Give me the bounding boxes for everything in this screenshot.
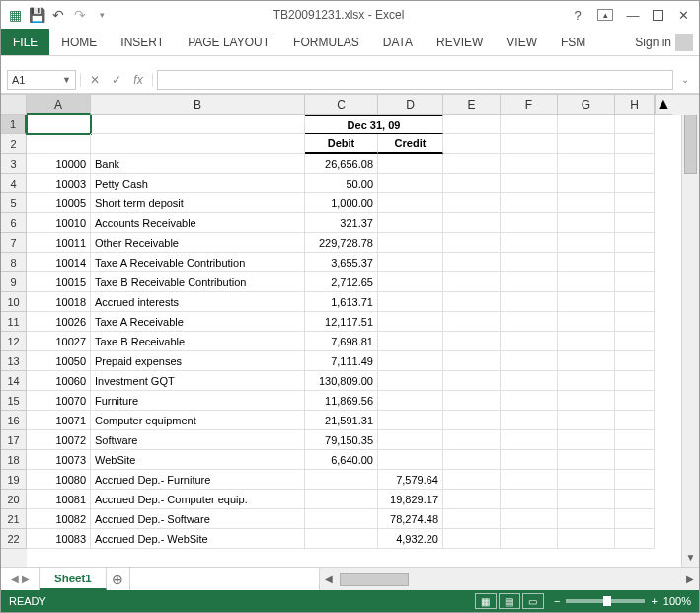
- cell-credit-19[interactable]: 7,579.64: [378, 470, 443, 490]
- cell-G16[interactable]: [558, 411, 615, 430]
- cell-credit-14[interactable]: [378, 371, 443, 391]
- cell-E18[interactable]: [443, 450, 501, 470]
- horizontal-scrollbar[interactable]: ◀ ▶: [319, 568, 699, 590]
- cell-name-15[interactable]: Furniture: [91, 391, 305, 411]
- row-header-18[interactable]: 18: [1, 450, 27, 470]
- cell-F8[interactable]: [501, 253, 558, 272]
- cell-G14[interactable]: [558, 371, 615, 391]
- cell-acct-19[interactable]: 10080: [27, 470, 91, 490]
- cell-E19[interactable]: [443, 470, 501, 490]
- cell-acct-8[interactable]: 10014: [27, 253, 91, 272]
- cell-credit-4[interactable]: [378, 174, 443, 193]
- cell-F10[interactable]: [501, 292, 558, 312]
- cell-name-5[interactable]: Short term deposit: [91, 193, 305, 213]
- cell-name-19[interactable]: Accrued Dep.- Furniture: [91, 470, 305, 490]
- cell-name-11[interactable]: Taxe A Receivable: [91, 312, 305, 332]
- row-header-12[interactable]: 12: [1, 332, 27, 351]
- cell-acct-21[interactable]: 10082: [27, 509, 91, 529]
- cell-name-21[interactable]: Accrued Dep.- Software: [91, 509, 305, 529]
- ribbon-tab-fsm[interactable]: FSM: [549, 29, 597, 55]
- row-header-14[interactable]: 14: [1, 371, 27, 391]
- cell-B1[interactable]: [91, 115, 305, 134]
- close-icon[interactable]: ✕: [671, 5, 695, 25]
- cell-F21[interactable]: [501, 509, 558, 529]
- cell-credit-3[interactable]: [378, 154, 443, 174]
- row-header-5[interactable]: 5: [1, 193, 27, 213]
- cell-debit-13[interactable]: 7,111.49: [305, 351, 378, 371]
- cell-credit-17[interactable]: [378, 430, 443, 450]
- cell-E4[interactable]: [443, 174, 501, 193]
- page-break-view-icon[interactable]: ▭: [522, 593, 544, 609]
- row-header-7[interactable]: 7: [1, 233, 27, 253]
- cell-credit-7[interactable]: [378, 233, 443, 253]
- cell-E6[interactable]: [443, 213, 501, 233]
- cell-E20[interactable]: [443, 490, 501, 509]
- cell-E14[interactable]: [443, 371, 501, 391]
- cell-H18[interactable]: [615, 450, 655, 470]
- cell-acct-10[interactable]: 10018: [27, 292, 91, 312]
- header-debit[interactable]: Debit: [305, 134, 378, 154]
- cell-debit-3[interactable]: 26,656.08: [305, 154, 378, 174]
- cell-F11[interactable]: [501, 312, 558, 332]
- cell-H5[interactable]: [615, 193, 655, 213]
- row-header-16[interactable]: 16: [1, 411, 27, 430]
- ribbon-tab-formulas[interactable]: FORMULAS: [281, 29, 371, 55]
- enter-icon[interactable]: ✓: [109, 73, 124, 87]
- header-credit[interactable]: Credit: [378, 134, 443, 154]
- row-header-6[interactable]: 6: [1, 213, 27, 233]
- cell-G9[interactable]: [558, 272, 615, 292]
- cell-acct-9[interactable]: 10015: [27, 272, 91, 292]
- cell-acct-17[interactable]: 10072: [27, 430, 91, 450]
- cell-G12[interactable]: [558, 332, 615, 351]
- cell-G20[interactable]: [558, 490, 615, 509]
- file-tab[interactable]: FILE: [1, 29, 49, 55]
- col-header-A[interactable]: A: [27, 95, 91, 115]
- cell-E13[interactable]: [443, 351, 501, 371]
- cell-E12[interactable]: [443, 332, 501, 351]
- cell-F7[interactable]: [501, 233, 558, 253]
- vscroll-thumb[interactable]: [684, 115, 697, 174]
- cell-F2[interactable]: [501, 134, 558, 154]
- sign-in-button[interactable]: Sign in: [629, 29, 699, 55]
- name-box-dropdown-icon[interactable]: ▼: [62, 75, 71, 85]
- cell-debit-15[interactable]: 11,869.56: [305, 391, 378, 411]
- cell-acct-20[interactable]: 10081: [27, 490, 91, 509]
- cell-H3[interactable]: [615, 154, 655, 174]
- cell-E2[interactable]: [443, 134, 501, 154]
- cell-G6[interactable]: [558, 213, 615, 233]
- cell-credit-9[interactable]: [378, 272, 443, 292]
- cell-G13[interactable]: [558, 351, 615, 371]
- cell-G10[interactable]: [558, 292, 615, 312]
- sheet-nav[interactable]: ◀ ▶: [1, 568, 40, 590]
- cell-E3[interactable]: [443, 154, 501, 174]
- cell-name-22[interactable]: Accrued Dep.- WebSite: [91, 529, 305, 549]
- cell-F22[interactable]: [501, 529, 558, 549]
- cell-E5[interactable]: [443, 193, 501, 213]
- cell-E9[interactable]: [443, 272, 501, 292]
- col-header-E[interactable]: E: [443, 95, 501, 115]
- ribbon-tab-home[interactable]: HOME: [49, 29, 109, 55]
- col-header-H[interactable]: H: [615, 95, 655, 115]
- cell-name-16[interactable]: Computer equipment: [91, 411, 305, 430]
- zoom-out-icon[interactable]: −: [554, 595, 560, 607]
- cells-area[interactable]: Dec 31, 09DebitCredit10000Bank26,656.081…: [27, 115, 681, 567]
- cell-H7[interactable]: [615, 233, 655, 253]
- cell-H6[interactable]: [615, 213, 655, 233]
- minimize-icon[interactable]: —: [621, 5, 645, 25]
- cell-E17[interactable]: [443, 430, 501, 450]
- cell-credit-13[interactable]: [378, 351, 443, 371]
- ribbon-tab-view[interactable]: VIEW: [495, 29, 549, 55]
- cell-name-9[interactable]: Taxe B Receivable Contribution: [91, 272, 305, 292]
- cell-credit-6[interactable]: [378, 213, 443, 233]
- cell-H15[interactable]: [615, 391, 655, 411]
- cell-F19[interactable]: [501, 470, 558, 490]
- cell-E16[interactable]: [443, 411, 501, 430]
- row-header-15[interactable]: 15: [1, 391, 27, 411]
- sheet-tab-sheet1[interactable]: Sheet1: [40, 568, 107, 590]
- row-header-20[interactable]: 20: [1, 490, 27, 509]
- cell-F13[interactable]: [501, 351, 558, 371]
- cell-G2[interactable]: [558, 134, 615, 154]
- row-header-2[interactable]: 2: [1, 134, 27, 154]
- hscroll-left-icon[interactable]: ◀: [320, 574, 338, 584]
- cell-G15[interactable]: [558, 391, 615, 411]
